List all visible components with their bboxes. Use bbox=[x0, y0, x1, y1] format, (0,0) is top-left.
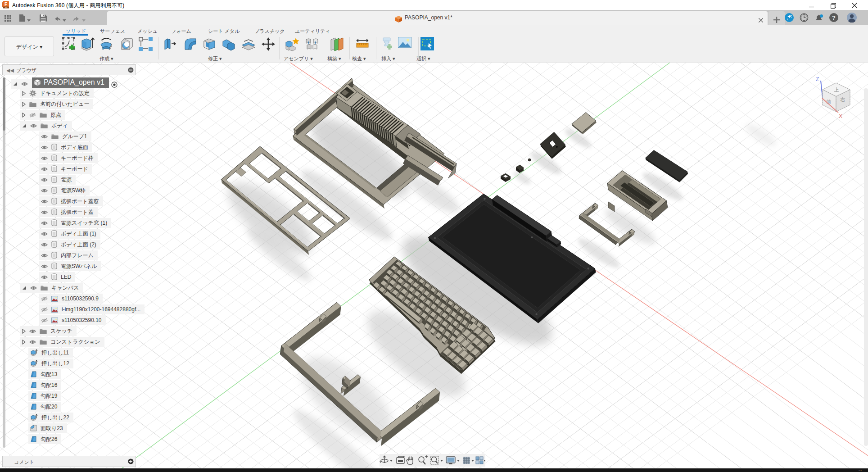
svg-text:360: 360 bbox=[5, 7, 8, 9]
svg-text:Z: Z bbox=[816, 76, 819, 82]
svg-text:F: F bbox=[5, 2, 7, 7]
svg-text:上: 上 bbox=[834, 87, 839, 92]
svg-text:X: X bbox=[839, 113, 842, 119]
svg-text:?: ? bbox=[832, 14, 836, 21]
svg-text:右: 右 bbox=[841, 97, 845, 102]
